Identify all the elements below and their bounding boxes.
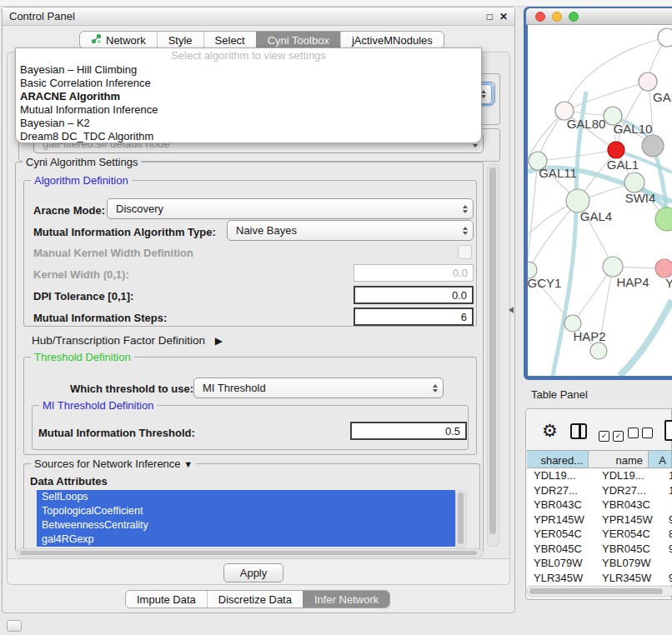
which-threshold-combo[interactable]: MI Threshold	[193, 378, 444, 398]
table-column-header[interactable]: A	[649, 451, 672, 468]
aracne-mode-combo[interactable]: Discovery	[107, 198, 474, 219]
tab-cyni-toolbox[interactable]: Cyni Toolbox	[256, 32, 340, 48]
data-attribute-item[interactable]: gal4RGexp	[37, 532, 455, 547]
mi-threshold-group-title: MI Threshold Definition	[39, 399, 157, 412]
network-node[interactable]	[624, 172, 644, 192]
network-node[interactable]	[608, 142, 624, 158]
table-column-header[interactable]: shared...	[527, 451, 589, 468]
table-row[interactable]: YBL079WYBL079W	[527, 556, 672, 571]
tab-impute-data[interactable]: Impute Data	[126, 591, 207, 608]
network-node[interactable]	[639, 72, 657, 91]
data-attribute-item[interactable]: BetweennessCentrality	[37, 518, 455, 532]
close-icon[interactable]: ✕	[499, 11, 508, 22]
kernel-width-field[interactable]: 0.0	[354, 264, 474, 282]
network-node-label: GAL	[653, 90, 672, 104]
collapse-down-icon[interactable]: ▼	[183, 459, 193, 469]
network-node[interactable]	[655, 259, 672, 278]
algorithm-definition-title: Algorithm Definition	[31, 174, 132, 187]
float-window-icon[interactable]: □	[487, 11, 493, 22]
minimize-traffic-light[interactable]	[552, 12, 562, 22]
hub-definition-header[interactable]: Hub/Transcription Factor Definition ▶	[32, 334, 223, 348]
table-row[interactable]: YDR27...YDR27...12	[527, 483, 672, 498]
tab-discretize-data[interactable]: Discretize Data	[207, 591, 303, 608]
network-node[interactable]	[603, 257, 623, 277]
aracne-mode-value: Discovery	[116, 202, 163, 215]
network-node[interactable]	[655, 208, 672, 231]
control-panel-bottom-tabs: Impute DataDiscretize DataInfer Network	[125, 590, 390, 608]
tab-infer-network[interactable]: Infer Network	[303, 591, 389, 608]
kernel-width-label: Kernel Width (0,1):	[33, 268, 129, 281]
new-table-icon[interactable]	[664, 420, 672, 441]
data-attributes-label: Data Attributes	[30, 475, 108, 488]
network-node-label: GAL4	[580, 209, 612, 223]
network-node-label: HAP2	[573, 329, 605, 343]
mi-threshold-label: Mutual Information Threshold:	[38, 427, 195, 439]
gear-icon[interactable]: ⚙	[542, 422, 558, 439]
which-threshold-label: Which threshold to use:	[70, 382, 193, 395]
collapsed-panel-icon[interactable]	[7, 620, 22, 632]
dpi-tolerance-field[interactable]: 0.0	[354, 286, 474, 304]
network-window-titlebar[interactable]	[526, 8, 672, 25]
attributes-scrollbar[interactable]	[455, 490, 467, 548]
network-edge[interactable]	[529, 201, 578, 270]
table-column-header[interactable]: name	[589, 451, 649, 468]
control-panel-tabs: NetworkStyleSelectCyni ToolboxjActiveMNo…	[79, 31, 444, 49]
table-header: shared...nameA	[527, 450, 672, 468]
network-node-label: GAL11	[539, 166, 577, 180]
network-node[interactable]	[590, 342, 607, 359]
table-rows[interactable]: YDL19...YDL19...13YDR27...YDR27...12YBR0…	[527, 468, 672, 585]
table-row[interactable]: YBR043CYBR043C	[527, 498, 672, 512]
data-attribute-item[interactable]: TopologicalCoefficient	[37, 504, 455, 518]
network-edge[interactable]	[564, 82, 648, 111]
table-row[interactable]: YLR345WYLR345W9.	[527, 571, 672, 586]
data-attributes-list[interactable]: SelfLoopsTopologicalCoefficientBetweenne…	[37, 490, 455, 547]
aracne-mode-label: Aracne Mode:	[33, 204, 105, 217]
splitter-collapse-icon[interactable]	[509, 307, 514, 313]
apply-button[interactable]: Apply	[223, 563, 283, 582]
algorithm-option[interactable]: Mutual Information Inference	[16, 103, 481, 117]
network-edge[interactable]	[528, 161, 538, 258]
algorithm-option[interactable]: Dream8 DC_TDC Algorithm	[16, 130, 481, 143]
collapse-right-icon[interactable]: ▶	[215, 335, 223, 347]
mi-type-combo[interactable]: Naive Bayes	[227, 220, 474, 241]
algorithm-option[interactable]: Bayesian – K2	[16, 117, 481, 130]
network-node-label: GAL80	[567, 117, 606, 131]
mi-threshold-field[interactable]: 0.5	[350, 422, 467, 440]
control-panel-titlebar: Control Panel □ ✕	[3, 8, 514, 26]
which-threshold-value: MI Threshold	[203, 382, 266, 394]
network-canvas[interactable]: GALGAL80GAL10GAL1GAL11SWI4GAL4GCY1HAP4YH…	[528, 25, 672, 376]
network-graph[interactable]: GALGAL80GAL10GAL1GAL11SWI4GAL4GCY1HAP4YH…	[528, 25, 672, 376]
select-all-checkboxes-icon[interactable]: ✓✓	[599, 427, 627, 442]
close-traffic-light[interactable]	[535, 12, 545, 22]
table-row[interactable]: YER054CYER054C8.	[527, 527, 672, 542]
tab-jactivemnodules[interactable]: jActiveMNodules	[340, 32, 444, 48]
mi-steps-field[interactable]: 6	[354, 308, 474, 326]
settings-horizontal-scrollbar[interactable]	[17, 548, 484, 558]
network-node[interactable]	[642, 135, 664, 157]
algorithm-option[interactable]: ARACNE Algorithm	[16, 90, 481, 103]
table-row[interactable]: YBR045CYBR045C9.	[527, 542, 672, 557]
network-node-label: HAP4	[616, 275, 649, 289]
settings-vertical-scrollbar[interactable]	[487, 163, 499, 547]
algorithm-option[interactable]: Basic Correlation Inference	[16, 77, 481, 90]
tab-network[interactable]: Network	[80, 32, 157, 48]
columns-icon[interactable]	[570, 423, 587, 439]
mi-type-value: Naive Bayes	[236, 224, 297, 237]
network-node-label: SWI4	[625, 191, 656, 205]
zoom-traffic-light[interactable]	[569, 12, 579, 22]
manual-kernel-label: Manual Kernel Width Definition	[33, 247, 193, 259]
tab-select[interactable]: Select	[203, 32, 256, 48]
table-horizontal-scrollbar[interactable]	[527, 586, 672, 597]
table-row[interactable]: YPR145WYPR145W9.	[527, 512, 672, 528]
algorithm-option[interactable]: Bayesian – Hill Climbing	[16, 63, 481, 77]
table-row[interactable]: YDL19...YDL19...13	[527, 468, 672, 483]
top-strip	[0, 0, 672, 7]
sources-title[interactable]: Sources for Network Inference ▼	[31, 458, 196, 471]
deselect-all-checkboxes-icon[interactable]	[628, 427, 656, 442]
data-attribute-item[interactable]: SelfLoops	[37, 490, 455, 504]
network-edge-highlighted[interactable]	[619, 300, 672, 376]
manual-kernel-checkbox[interactable]	[458, 245, 472, 259]
tab-style[interactable]: Style	[157, 32, 203, 48]
network-node[interactable]	[658, 28, 672, 47]
network-icon	[91, 33, 102, 47]
